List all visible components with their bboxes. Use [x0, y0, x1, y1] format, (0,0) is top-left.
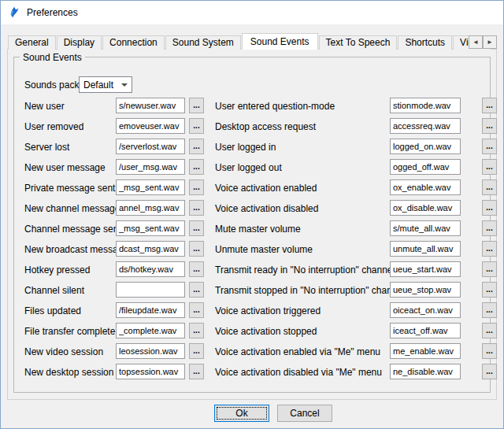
- browse-button[interactable]: ...: [482, 118, 497, 134]
- event-label: Voice activation disabled via "Me" menu: [215, 367, 382, 378]
- sound-event-row: Desktop access request ...: [1, 118, 503, 134]
- sound-event-row: Voice activation triggered ...: [1, 302, 503, 318]
- event-label: User entered question-mode: [215, 101, 335, 112]
- sound-event-row: Voice activation enabled via "Me" menu .…: [1, 343, 503, 359]
- event-label: Unmute master volume: [215, 244, 313, 255]
- tab-scroll-right-icon[interactable]: ►: [483, 35, 497, 49]
- event-label: Voice activation enabled via "Me" menu: [215, 346, 380, 357]
- tab-scroller: ◄ ►: [469, 35, 497, 49]
- sound-event-row: User logged in ...: [1, 139, 503, 154]
- sound-file-input[interactable]: [390, 220, 461, 236]
- sound-file-input[interactable]: [390, 118, 461, 134]
- event-label: User logged out: [215, 162, 282, 173]
- tab-shortcuts[interactable]: Shortcuts: [398, 35, 452, 50]
- event-label: Voice activation triggered: [215, 305, 321, 316]
- cancel-button[interactable]: Cancel: [277, 405, 332, 422]
- browse-button[interactable]: ...: [482, 98, 497, 113]
- tab-display[interactable]: Display: [57, 35, 102, 50]
- browse-button[interactable]: ...: [482, 179, 497, 195]
- sound-file-input[interactable]: [390, 179, 461, 195]
- browse-button[interactable]: ...: [482, 241, 497, 257]
- event-label: Voice activation disabled: [215, 203, 318, 214]
- sound-file-input[interactable]: [390, 323, 461, 338]
- preferences-window: Preferences General Display Connection S…: [0, 0, 504, 429]
- sound-file-input[interactable]: [390, 343, 461, 359]
- sound-event-row: Mute master volume ...: [1, 220, 503, 236]
- browse-button[interactable]: ...: [482, 261, 497, 277]
- app-logo-icon: [8, 6, 20, 19]
- title-bar: Preferences: [1, 1, 503, 24]
- sound-event-row: Voice activation disabled ...: [1, 200, 503, 216]
- tab-text-to-speech[interactable]: Text To Speech: [319, 35, 398, 50]
- browse-button[interactable]: ...: [482, 200, 497, 216]
- sounds-pack-select[interactable]: Default: [79, 76, 132, 93]
- event-label: User logged in: [215, 142, 276, 153]
- sound-event-row: Voice activation enabled ...: [1, 179, 503, 195]
- browse-button[interactable]: ...: [482, 364, 497, 379]
- event-label: Transmit stopped in "No interruption" ch…: [215, 285, 405, 296]
- event-label: Voice activation stopped: [215, 326, 317, 337]
- sound-file-input[interactable]: [390, 261, 461, 277]
- tab-connection[interactable]: Connection: [102, 35, 165, 50]
- browse-button[interactable]: ...: [482, 159, 497, 175]
- sound-file-input[interactable]: [390, 98, 461, 113]
- sound-event-row: User logged out ...: [1, 159, 503, 175]
- tab-scroll-left-icon[interactable]: ◄: [469, 35, 483, 49]
- browse-button[interactable]: ...: [482, 220, 497, 236]
- groupbox-title: Sound Events: [20, 52, 85, 63]
- tab-sound-events[interactable]: Sound Events: [242, 33, 318, 50]
- event-label: Transmit ready in "No interruption" chan…: [215, 264, 395, 276]
- sound-file-input[interactable]: [390, 200, 461, 216]
- sound-event-row: Unmute master volume ...: [1, 241, 503, 257]
- event-label: Desktop access request: [215, 121, 316, 132]
- sound-file-input[interactable]: [390, 139, 461, 154]
- window-title: Preferences: [27, 7, 78, 18]
- sounds-pack-value: Default: [83, 80, 113, 91]
- sound-event-row: Voice activation stopped ...: [1, 323, 503, 338]
- browse-button[interactable]: ...: [482, 302, 497, 318]
- sound-file-input[interactable]: [390, 159, 461, 175]
- browse-button[interactable]: ...: [482, 282, 497, 298]
- sound-file-input[interactable]: [390, 364, 461, 379]
- ok-button[interactable]: Ok: [214, 405, 269, 422]
- sound-event-row: Transmit stopped in "No interruption" ch…: [1, 282, 503, 298]
- event-label: Voice activation enabled: [215, 183, 317, 194]
- sounds-pack-label: Sounds pack: [24, 80, 79, 91]
- dropdown-arrow-icon: [121, 83, 128, 87]
- event-label: Mute master volume: [215, 224, 301, 235]
- browse-button[interactable]: ...: [482, 139, 497, 154]
- browse-button[interactable]: ...: [482, 343, 497, 359]
- tab-general[interactable]: General: [8, 35, 56, 50]
- sound-file-input[interactable]: [390, 282, 461, 298]
- tab-sound-system[interactable]: Sound System: [165, 35, 241, 50]
- sound-file-input[interactable]: [390, 241, 461, 257]
- sound-event-row: Transmit ready in "No interruption" chan…: [1, 261, 503, 277]
- sound-event-row: Voice activation disabled via "Me" menu …: [1, 364, 503, 379]
- sound-event-row: User entered question-mode ...: [1, 98, 503, 113]
- sound-file-input[interactable]: [390, 302, 461, 318]
- tab-strip: General Display Connection Sound System …: [8, 33, 497, 50]
- browse-button[interactable]: ...: [482, 323, 497, 338]
